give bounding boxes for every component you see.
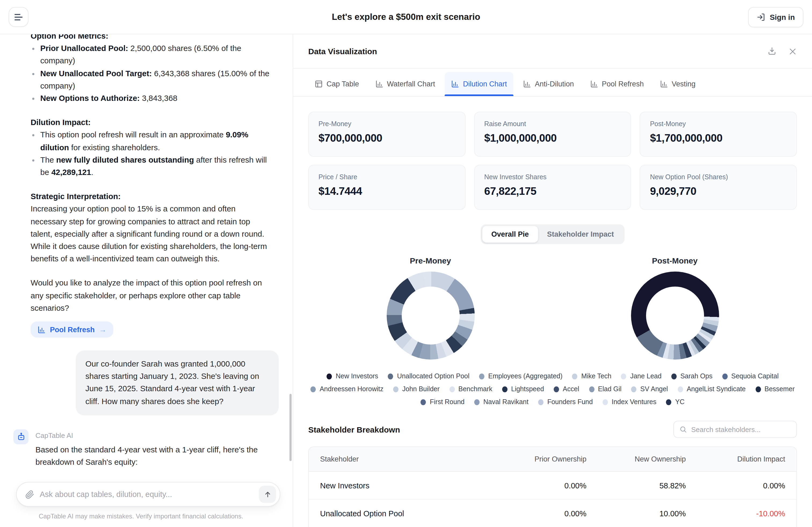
chat-input[interactable] xyxy=(40,490,259,499)
assistant-question: Would you like to analyze the impact of … xyxy=(31,277,273,315)
legend-swatch xyxy=(589,386,594,392)
menu-button[interactable] xyxy=(9,7,28,27)
metric-cards: Pre-Money$700,000,000Raise Amount$1,000,… xyxy=(308,111,797,210)
menu-icon xyxy=(14,14,20,15)
metric-label: Post-Money xyxy=(650,120,787,128)
tab-pool-refresh[interactable]: Pool Refresh xyxy=(583,72,650,96)
section-heading: Option Pool Metrics: xyxy=(31,34,273,42)
legend-item-elad-gil: Elad Gil xyxy=(589,385,622,393)
legend-item-naval-ravikant: Naval Ravikant xyxy=(474,398,528,406)
legend-swatch xyxy=(572,373,578,379)
legend-swatch xyxy=(678,386,683,392)
new-ownership: 10.00% xyxy=(586,509,686,517)
legend-item-bessemer: Bessemer xyxy=(755,385,795,393)
metric-card-new-investor-shares: New Investor Shares67,822,175 xyxy=(474,165,631,210)
legend-item-unallocated-option-pool: Unallocated Option Pool xyxy=(388,373,470,380)
metric-value: $700,000,000 xyxy=(318,132,455,144)
legend-swatch xyxy=(421,399,426,405)
search-input[interactable] xyxy=(691,425,791,433)
bar-chart-icon xyxy=(523,80,531,88)
assistant-intro: Based on the standard 4-year vest with a… xyxy=(35,444,279,469)
legend-swatch xyxy=(388,373,393,379)
legend-item-first-round: First Round xyxy=(421,398,465,406)
metric-label: Pre-Money xyxy=(318,120,455,128)
metric-value: $14.7444 xyxy=(318,185,455,197)
assistant-name: CapTable AI xyxy=(35,429,279,442)
legend-swatch xyxy=(554,386,559,392)
legend-item-sv-angel: SV Angel xyxy=(631,385,668,393)
legend-item-lightspeed: Lightspeed xyxy=(502,385,544,393)
metric-label: New Investor Shares xyxy=(484,174,621,181)
metric-card-post-money: Post-Money$1,700,000,000 xyxy=(640,111,797,157)
data-visualization-panel: Data Visualization Cap TableWaterfall Ch… xyxy=(293,34,812,527)
section-paragraph: Increasing your option pool to 15% is a … xyxy=(31,203,273,266)
send-button[interactable] xyxy=(259,486,276,503)
dilution-impact: -10.00% xyxy=(686,509,785,517)
bot-avatar xyxy=(13,429,28,445)
chart-view-toggle: Overall Pie Stakeholder Impact xyxy=(481,224,625,244)
pool-refresh-chip[interactable]: Pool Refresh → xyxy=(31,321,114,337)
bullet-item: New Unallocated Pool Target: 6,343,368 s… xyxy=(31,67,273,92)
bullet-item: New Options to Authorize: 3,843,368 xyxy=(31,92,273,105)
log-in-icon xyxy=(757,13,766,21)
paperclip-icon[interactable] xyxy=(25,490,34,499)
chat-section: Option Pool Metrics:Prior Unallocated Po… xyxy=(31,34,273,105)
prior-ownership: 0.00% xyxy=(487,509,586,517)
tab-waterfall-chart[interactable]: Waterfall Chart xyxy=(369,72,441,96)
page-title: Let's explore a $500m exit scenario xyxy=(0,12,812,22)
metric-card-new-option-pool-shares-: New Option Pool (Shares)9,029,770 xyxy=(640,165,797,210)
post-money-chart: Post-Money xyxy=(553,256,797,360)
legend-swatch xyxy=(603,399,608,405)
table-icon xyxy=(315,80,323,88)
download-icon[interactable] xyxy=(767,47,777,56)
tab-cap-table[interactable]: Cap Table xyxy=(308,72,365,96)
stakeholder-table: StakeholderPrior OwnershipNew OwnershipD… xyxy=(308,447,797,527)
legend-item-angellist-syndicate: AngelList Syndicate xyxy=(678,385,746,393)
toggle-stakeholder-impact[interactable]: Stakeholder Impact xyxy=(538,226,623,243)
column-header: Stakeholder xyxy=(320,455,487,463)
bar-chart-icon xyxy=(375,80,383,88)
legend-swatch xyxy=(393,386,398,392)
legend-item-employees-aggregated-: Employees (Aggregated) xyxy=(479,373,563,380)
toggle-overall-pie[interactable]: Overall Pie xyxy=(482,226,538,243)
chat-section: Strategic Interpretation:Increasing your… xyxy=(31,191,273,265)
disclaimer-text: CapTable AI may make mistakes. Verify im… xyxy=(0,512,282,520)
table-row: Unallocated Option Pool0.00%10.00%-10.00… xyxy=(309,500,796,527)
legend-item-john-builder: John Builder xyxy=(393,385,439,393)
app-window: Let's explore a $500m exit scenario Sign… xyxy=(0,0,812,527)
assistant-message: Option Pool Metrics:Prior Unallocated Po… xyxy=(31,34,273,337)
tab-dilution-chart[interactable]: Dilution Chart xyxy=(445,72,513,96)
prior-ownership: 0.00% xyxy=(487,481,586,490)
chevron-right-arrow: → xyxy=(99,325,106,334)
chart-title: Pre-Money xyxy=(410,256,451,265)
dilution-impact: 0.00% xyxy=(686,481,785,490)
chat-history: Option Pool Metrics:Prior Unallocated Po… xyxy=(0,34,293,527)
tab-vesting[interactable]: Vesting xyxy=(653,72,702,96)
section-heading: Strategic Interpretation: xyxy=(31,191,273,203)
user-message: Our co-founder Sarah was granted 1,000,0… xyxy=(76,350,279,416)
legend-item-sequoia-capital: Sequoia Capital xyxy=(722,373,779,380)
chat-scrollbar[interactable] xyxy=(289,394,292,461)
bullet-item: The new fully diluted shares outstanding… xyxy=(31,154,273,179)
column-header: Prior Ownership xyxy=(487,455,586,463)
legend-item-founders-fund: Founders Fund xyxy=(538,398,593,406)
legend-item-yc: YC xyxy=(666,398,685,406)
chart-legend: New InvestorsUnallocated Option PoolEmpl… xyxy=(308,373,797,406)
post-money-donut xyxy=(631,272,719,360)
metric-value: $1,700,000,000 xyxy=(650,132,787,144)
sign-in-button[interactable]: Sign in xyxy=(748,7,803,27)
legend-swatch xyxy=(449,386,454,392)
stakeholder-name: Unallocated Option Pool xyxy=(320,509,487,517)
legend-swatch xyxy=(671,373,677,379)
bar-chart-icon xyxy=(660,80,668,88)
bar-chart-icon xyxy=(590,80,598,88)
search-icon xyxy=(679,425,687,433)
tab-anti-dilution[interactable]: Anti-Dilution xyxy=(517,72,581,96)
metric-label: Price / Share xyxy=(318,174,455,181)
bar-chart-icon xyxy=(38,326,46,333)
legend-swatch xyxy=(621,373,626,379)
close-icon[interactable] xyxy=(788,47,797,56)
chat-section: Dilution Impact:This option pool refresh… xyxy=(31,117,273,179)
metric-card-price-share: Price / Share$14.7444 xyxy=(308,165,465,210)
pre-money-donut xyxy=(387,272,475,360)
